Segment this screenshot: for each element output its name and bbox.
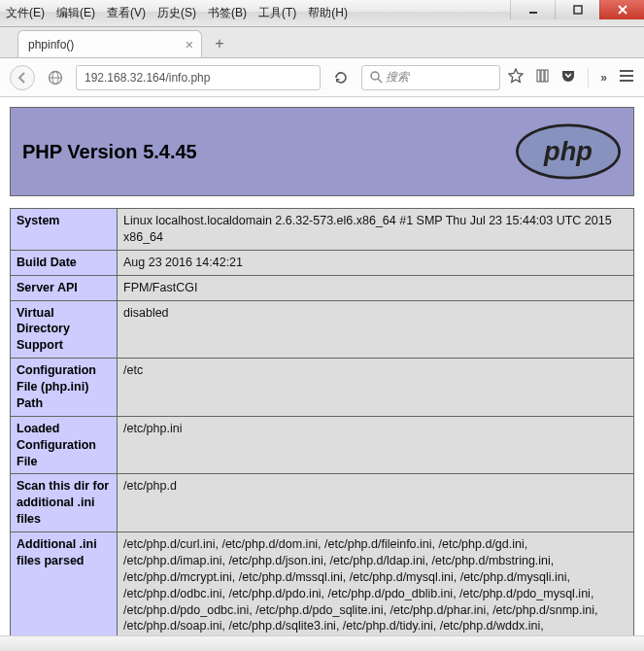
info-row: Virtual Directory Supportdisabled — [11, 300, 634, 359]
info-value: FPM/FastCGI — [118, 275, 634, 300]
menu-view[interactable]: 查看(V) — [107, 5, 146, 21]
info-value: /etc — [118, 359, 634, 417]
info-value: disabled — [118, 300, 634, 359]
info-value: /etc/php.d/curl.ini, /etc/php.d/dom.ini,… — [118, 532, 634, 636]
star-icon — [508, 68, 524, 84]
svg-rect-9 — [537, 70, 540, 82]
menu-tools[interactable]: 工具(T) — [258, 5, 296, 21]
url-bar[interactable] — [76, 65, 321, 90]
menu-bar: 文件(E) 编辑(E) 查看(V) 历史(S) 书签(B) 工具(T) 帮助(H… — [6, 5, 348, 21]
window-close-button[interactable] — [599, 0, 644, 19]
info-row: Server APIFPM/FastCGI — [11, 275, 634, 300]
php-version-title: PHP Version 5.4.45 — [22, 141, 197, 163]
window-minimize-button[interactable] — [510, 0, 555, 19]
site-identity-button[interactable] — [43, 65, 68, 90]
info-value: Linux localhost.localdomain 2.6.32-573.e… — [118, 209, 634, 251]
info-row: Loaded Configuration File/etc/php.ini — [11, 416, 634, 474]
window-titlebar: 文件(E) 编辑(E) 查看(V) 历史(S) 书签(B) 工具(T) 帮助(H… — [0, 0, 644, 27]
info-key: Build Date — [11, 250, 118, 275]
menu-help[interactable]: 帮助(H) — [308, 5, 348, 21]
svg-rect-10 — [541, 70, 544, 82]
info-key: Virtual Directory Support — [11, 300, 118, 359]
svg-text:php: php — [543, 136, 593, 166]
search-icon — [368, 71, 386, 84]
arrow-left-icon — [17, 72, 28, 84]
php-logo: php — [515, 123, 622, 180]
new-tab-button[interactable]: + — [206, 30, 233, 57]
info-key: Server API — [11, 275, 118, 300]
menu-bookmarks[interactable]: 书签(B) — [208, 5, 247, 21]
svg-rect-11 — [545, 70, 548, 82]
svg-line-8 — [378, 79, 382, 83]
back-button[interactable] — [10, 65, 35, 90]
info-value: Aug 23 2016 14:42:21 — [118, 250, 634, 275]
reload-icon — [333, 70, 349, 86]
search-bar[interactable]: 搜索 — [361, 65, 501, 90]
info-row: Scan this dir for additional .ini files/… — [11, 474, 634, 532]
globe-icon — [48, 70, 63, 86]
pocket-icon — [560, 68, 576, 84]
maximize-icon — [573, 5, 583, 15]
menu-edit[interactable]: 编辑(E) — [56, 5, 95, 21]
reload-button[interactable] — [328, 65, 354, 90]
bookmarks-icon — [535, 69, 549, 83]
toolbar-separator — [588, 68, 589, 87]
info-key: Loaded Configuration File — [11, 416, 118, 474]
info-row: Additional .ini files parsed/etc/php.d/c… — [11, 532, 634, 636]
info-value: /etc/php.ini — [118, 416, 634, 474]
tab-strip: phpinfo() × + — [0, 27, 644, 58]
hamburger-menu-button[interactable] — [619, 69, 634, 86]
overflow-button[interactable]: » — [600, 71, 607, 85]
info-value: /etc/php.d — [118, 474, 634, 532]
search-placeholder: 搜索 — [386, 69, 409, 86]
close-icon — [618, 5, 627, 15]
menu-file[interactable]: 文件(E) — [6, 5, 45, 21]
info-key: Configuration File (php.ini) Path — [11, 359, 118, 417]
menu-history[interactable]: 历史(S) — [157, 5, 196, 21]
svg-rect-1 — [574, 6, 582, 14]
bookmark-star-button[interactable] — [508, 68, 524, 86]
tab-title: phpinfo() — [28, 38, 74, 51]
library-button[interactable] — [535, 69, 549, 86]
svg-point-7 — [371, 72, 379, 80]
window-maximize-button[interactable] — [555, 0, 599, 19]
info-key: Additional .ini files parsed — [11, 532, 118, 636]
phpinfo-table: SystemLinux localhost.localdomain 2.6.32… — [10, 208, 634, 635]
info-key: Scan this dir for additional .ini files — [11, 474, 118, 532]
info-row: Build DateAug 23 2016 14:42:21 — [11, 250, 634, 275]
phpinfo-header: PHP Version 5.4.45 php — [10, 107, 634, 196]
status-bar — [0, 635, 644, 651]
navigation-toolbar: 搜索 » — [0, 58, 644, 97]
page-viewport[interactable]: PHP Version 5.4.45 php SystemLinux local… — [0, 97, 644, 635]
info-key: System — [11, 209, 118, 251]
info-row: Configuration File (php.ini) Path/etc — [11, 359, 634, 417]
tab-phpinfo[interactable]: phpinfo() × — [17, 30, 202, 57]
menu-icon — [619, 69, 634, 83]
pocket-button[interactable] — [560, 68, 576, 86]
minimize-icon — [528, 5, 538, 15]
info-row: SystemLinux localhost.localdomain 2.6.32… — [11, 209, 634, 251]
tab-close-button[interactable]: × — [186, 37, 193, 52]
url-input[interactable] — [83, 70, 314, 86]
